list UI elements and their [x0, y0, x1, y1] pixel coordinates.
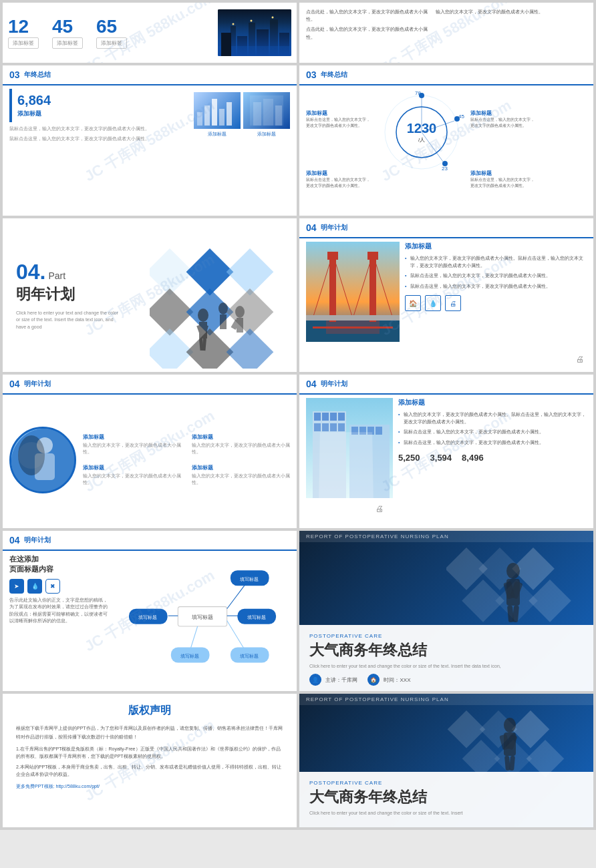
- mindmap-svg: 填写标题 填写标题 填写标题 填写标题 填写标题: [115, 554, 290, 684]
- icon-drop: 💧: [27, 579, 42, 594]
- svg-point-66: [37, 437, 53, 453]
- bullet-col-1: 点击此处，输入您的文本文字，更改文字的颜色成者大小属性。 点击此处，输入您的文本…: [306, 8, 432, 57]
- svg-rect-81: [359, 427, 366, 435]
- svg-rect-14: [212, 99, 217, 126]
- cover-click-text-2: Click here to enter your text and change…: [309, 810, 583, 817]
- copyright-link-row: 更多免费PPT模板: http://588ku.com/ppt/: [16, 783, 283, 790]
- svg-text:78: 78: [415, 90, 421, 96]
- right-content-3b: 添加标题 输入您的文本文字，更改文字的颜色成者大小属性。鼠标点击这里，输入您的文…: [405, 242, 587, 365]
- svg-text:填写标题: 填写标题: [138, 615, 157, 621]
- presenter-avatar: 👤: [309, 674, 321, 686]
- add-title-4b: 添加标题: [398, 398, 587, 407]
- building-svg: [243, 92, 290, 129]
- svg-rect-54: [329, 255, 336, 322]
- icon-water: 💧: [425, 295, 441, 311]
- svg-rect-62: [306, 315, 400, 320]
- stat-val-1: 5,250: [398, 453, 420, 463]
- chart-svg: [194, 92, 241, 129]
- left-labels: 添加标题 鼠标点击这里，输入您的文本文字，更改文字的颜色成者大小属性。 添加标题…: [306, 89, 373, 209]
- building-photo: [306, 398, 393, 498]
- slide-5a-body: 在这添加 页面标题内容 ➤ 💧 ✖ 告示此处文输入你的正文，文字是您想的稿纸，为…: [3, 551, 297, 688]
- cover-presenter-row: 👤 主讲：千库网 🏠 时间：XXX: [309, 674, 583, 686]
- stat-item-1: 12 添加标签: [8, 17, 39, 49]
- mindmap-area: 填写标题 填写标题 填写标题 填写标题 填写标题: [115, 554, 290, 684]
- bullet-col-left-4a: 添加标题 输入您的文本文字，更改文字的颜色成者大小属性。 添加标题 输入您的文本…: [83, 433, 182, 487]
- img-item-1: 添加标题: [194, 92, 241, 138]
- copyright-intro: 根据您下载千库网平上提供的PPT作品，为了您和千库网以及原创作者的利益，请您复制…: [16, 724, 283, 741]
- icon-x: ✖: [45, 579, 60, 594]
- svg-rect-8: [218, 46, 291, 56]
- big-stat-number: 6,864: [17, 93, 51, 108]
- stat-val-3: 8,496: [462, 453, 484, 463]
- bullet-group-1: 添加标题 输入您的文本文字，更改文字的颜色成者大小属性。: [83, 433, 182, 456]
- cover-bottom-2: POSTOPERATIVE CARE 大气商务年终总结 Click here t…: [299, 772, 593, 828]
- slide-4a-body: 添加标题 输入您的文本文字，更改文字的颜色成者大小属性。 添加标题 输入您的文本…: [3, 395, 297, 525]
- add-title-3b: 添加标题: [405, 242, 587, 251]
- left-text-5a: 在这添加 页面标题内容 ➤ 💧 ✖ 告示此处文输入你的正文，文字是您想的稿纸，为…: [9, 554, 110, 684]
- part-num-row: 04. Part: [16, 260, 150, 284]
- img-item-2: 添加标题: [243, 92, 290, 138]
- svg-rect-52: [306, 242, 400, 342]
- placeholder-br: 鼠标点击这里，输入您的文本文字，更改文字的颜色成者大小属性。: [470, 177, 537, 188]
- section-header-4b: 04 明年计划: [299, 375, 593, 395]
- print-icon-4b: 🖨: [376, 504, 388, 516]
- slide-mindmap: JC 千库网 588ku.com 04 明年计划 在这添加 页面标题内容 ➤ 💧…: [3, 531, 297, 691]
- placeholder-tr: 鼠标点击这里，输入您的文本文字，更改文字的颜色成者大小属性。: [470, 117, 537, 128]
- col-text-2: 输入您的文本文字，更改文字的颜色成者大小属性。: [83, 473, 182, 487]
- section-num-4a: 04: [9, 379, 20, 389]
- svg-rect-4: [249, 23, 255, 56]
- body-text-5a: 告示此处文输入你的正文，文字是您想的稿纸，为了展现在发布的时效果，请您过过合理整…: [9, 597, 110, 625]
- slide-next-year-building: JC 千库网 588ku.com 04 明年计划: [299, 375, 593, 528]
- svg-rect-76: [322, 423, 329, 431]
- col-label-4: 添加标题: [192, 464, 291, 471]
- stat-number-1: 12: [8, 17, 29, 36]
- stat-label-2: 添加标签: [52, 37, 83, 49]
- svg-rect-78: [338, 423, 345, 431]
- svg-rect-12: [197, 112, 202, 126]
- slide-report-cover-1: REPORT OF POSTOPERATIVE NURSING PLAN: [299, 531, 593, 691]
- svg-text:填写标题: 填写标题: [180, 653, 199, 659]
- svg-rect-71: [314, 413, 321, 421]
- bullet-cols-4a: 添加标题 输入您的文本文字，更改文字的颜色成者大小属性。 添加标题 输入您的文本…: [83, 433, 290, 487]
- section-title-4a: 明年计划: [24, 379, 51, 389]
- slide-next-year-bridge: JC 千库网 588ku.com 04 明年计划: [299, 218, 593, 372]
- cover-click-text: Click here to enter your text and change…: [309, 663, 583, 670]
- copyright-link[interactable]: 更多免费PPT模板: http://588ku.com/ppt/: [16, 784, 100, 789]
- svg-rect-48: [220, 314, 227, 329]
- svg-rect-1: [221, 33, 229, 56]
- svg-rect-40: [227, 329, 274, 369]
- bullet-4b-1: 输入您的文本文字，更改文字的颜色成者大小属性。鼠标点击这里，输入您的文本文字，更…: [398, 411, 587, 425]
- icon-nav: ➤: [9, 579, 24, 594]
- svg-point-119: [504, 718, 516, 732]
- building-img-small: [243, 92, 290, 129]
- copyright-item-1: 1.在千库网出售的PPT模板是免版权类（标：Royalty-Free）正版受《中…: [16, 745, 283, 760]
- svg-point-47: [218, 302, 228, 314]
- label-item-tl: 添加标题 鼠标点击这里，输入您的文本文字，更改文字的颜色成者大小属性。: [306, 110, 373, 128]
- bullet-group-4: 添加标题 输入您的文本文字，更改文字的颜色成者大小属性。: [192, 464, 291, 487]
- img-label-1: 添加标题: [208, 131, 227, 138]
- stats-row-4b: 5,250 3,594 8,496: [398, 453, 587, 463]
- svg-point-68: [18, 442, 45, 469]
- slide-2a-content: 6,864 添加标题 鼠标点击这里，输入您的文本文字，更改文字的颜色成者大小属性…: [3, 85, 297, 146]
- svg-rect-6: [270, 19, 278, 56]
- col-label-3: 添加标题: [192, 433, 291, 441]
- stat-number-3: 65: [96, 17, 117, 36]
- placeholder-bl: 鼠标点击这里，输入您的文本文字，更改文字的颜色成者大小属性。: [306, 177, 373, 188]
- svg-rect-79: [349, 425, 390, 498]
- slide-copyright: JC 千库网 588ku.com 版权声明 根据您下载千库网平上提供的PPT作品…: [3, 694, 297, 827]
- svg-rect-7: [279, 33, 289, 56]
- stat-row: 6,864 添加标题: [9, 89, 188, 122]
- svg-text:填写标题: 填写标题: [239, 576, 259, 582]
- section-num-2b: 03: [306, 69, 317, 80]
- slide-bullets: JC 千库网 588ku.com 点击此处，输入您的文本文字，更改文字的颜色成者…: [299, 3, 593, 63]
- images-row: 添加标题 添加标题: [194, 92, 290, 138]
- right-labels: 添加标题 鼠标点击这里，输入您的文本文字，更改文字的颜色成者大小属性。 添加标题…: [470, 89, 537, 209]
- part-text-col: 04. Part 明年计划 Click here to enter your t…: [16, 260, 150, 331]
- svg-text:填写标题: 填写标题: [239, 653, 259, 659]
- svg-rect-16: [227, 102, 232, 126]
- stat-number-2: 45: [52, 17, 73, 36]
- svg-rect-75: [314, 423, 321, 431]
- slide-4b-body: 🖨 添加标题 输入您的文本文字，更改文字的颜色成者大小属性。鼠标点击这里，输入您…: [299, 395, 593, 525]
- bridge-photo: [306, 242, 400, 342]
- chart-img: [194, 92, 241, 129]
